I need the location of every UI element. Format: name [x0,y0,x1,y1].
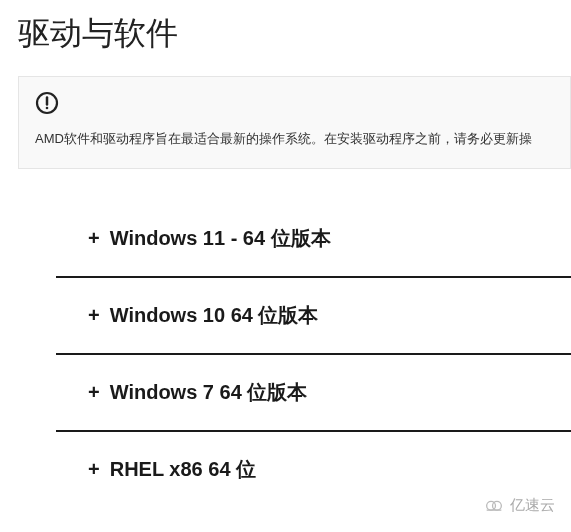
plus-icon: + [88,305,100,325]
svg-point-2 [46,107,49,110]
notice-text: AMD软件和驱动程序旨在最适合最新的操作系统。在安装驱动程序之前，请务必更新操 [35,129,554,150]
cloud-icon [483,494,505,516]
plus-icon: + [88,228,100,248]
watermark: 亿速云 [477,490,561,520]
page-title: 驱动与软件 [0,0,571,68]
alert-icon [35,91,554,115]
accordion-container: + Windows 11 - 64 位版本 + Windows 10 64 位版… [56,201,571,507]
accordion-item-windows10[interactable]: + Windows 10 64 位版本 [56,278,571,355]
watermark-text: 亿速云 [510,496,555,515]
svg-point-4 [493,501,502,510]
accordion-label: Windows 7 64 位版本 [110,379,308,406]
accordion-label: RHEL x86 64 位 [110,456,256,483]
plus-icon: + [88,382,100,402]
accordion-label: Windows 11 - 64 位版本 [110,225,331,252]
notice-box: AMD软件和驱动程序旨在最适合最新的操作系统。在安装驱动程序之前，请务必更新操 [18,76,571,169]
accordion-item-windows11[interactable]: + Windows 11 - 64 位版本 [56,201,571,278]
accordion-label: Windows 10 64 位版本 [110,302,319,329]
accordion-item-windows7[interactable]: + Windows 7 64 位版本 [56,355,571,432]
plus-icon: + [88,459,100,479]
